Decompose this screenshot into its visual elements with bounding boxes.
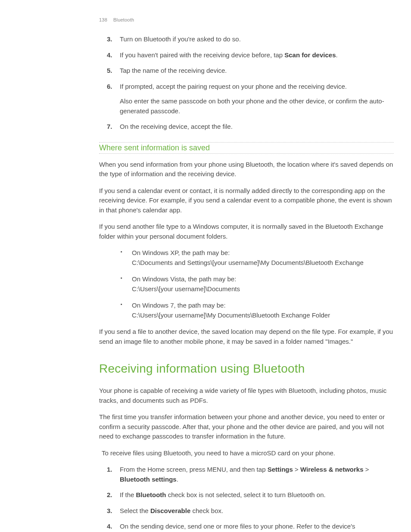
step-number: 2. xyxy=(107,490,112,500)
step-text: Turn on Bluetooth if you're asked to do … xyxy=(120,35,241,43)
bullet-path: C:\Documents and Settings\[your username… xyxy=(132,258,394,268)
bullet-item: On Windows Vista, the path may be:C:\Use… xyxy=(120,274,394,294)
bullet-head: On Windows XP, the path may be: xyxy=(132,248,394,258)
step-text: If the Bluetooth check box is not select… xyxy=(120,491,326,498)
bold-term: Discoverable xyxy=(150,507,190,514)
bold-term: Settings xyxy=(268,466,293,473)
section-heading: Receiving information using Bluetooth xyxy=(99,362,394,376)
step-item: 4.On the sending device, send one or mor… xyxy=(99,522,394,532)
step-number: 6. xyxy=(107,82,112,92)
paragraph: If you send another file type to a Windo… xyxy=(99,222,394,241)
page-number: 138 xyxy=(99,17,107,22)
bullet-path: C:\Users\[your username]\Documents xyxy=(132,284,394,294)
step-number: 1. xyxy=(107,465,112,475)
step-item: 6.If prompted, accept the pairing reques… xyxy=(99,82,394,116)
step-text: Select the Discoverable check box. xyxy=(120,507,223,514)
paragraph: Your phone is capable of receiving a wid… xyxy=(99,386,394,405)
step-item: 4.If you haven't paired with the receivi… xyxy=(99,50,394,60)
step-text: Tap the name of the receiving device. xyxy=(120,67,227,74)
paragraph: If you send a calendar event or contact,… xyxy=(99,186,394,215)
bullet-path: C:\Users\[your username]\My Documents\Bl… xyxy=(132,311,394,320)
step-item: 5.Tap the name of the receiving device. xyxy=(99,66,394,76)
steps-list-top: 3.Turn on Bluetooth if you're asked to d… xyxy=(99,34,394,132)
step-number: 3. xyxy=(107,34,112,44)
bullet-list: On Windows XP, the path may be:C:\Docume… xyxy=(99,248,394,320)
step-number: 3. xyxy=(107,506,112,516)
bold-term: Bluetooth xyxy=(136,491,166,498)
step-text: If you haven't paired with the receiving… xyxy=(120,51,338,59)
step-item: 7.On the receiving device, accept the fi… xyxy=(99,122,394,132)
divider xyxy=(99,153,394,154)
step-item: 3.Select the Discoverable check box. xyxy=(99,506,394,516)
bullet-head: On Windows 7, the path may be: xyxy=(132,301,394,311)
step-item: 1.From the Home screen, press MENU, and … xyxy=(99,465,394,484)
note-paragraph: To receive files using Bluetooth, you ne… xyxy=(102,448,394,458)
bold-term: Bluetooth settings xyxy=(120,476,177,483)
paragraph: If you send a file to another device, th… xyxy=(99,327,394,346)
step-item: 3.Turn on Bluetooth if you're asked to d… xyxy=(99,34,394,44)
document-page: 138Bluetooth 3.Turn on Bluetooth if you'… xyxy=(0,0,411,532)
step-number: 4. xyxy=(107,50,112,60)
step-text: From the Home screen, press MENU, and th… xyxy=(120,466,369,483)
section-name: Bluetooth xyxy=(113,17,134,22)
paragraph: The first time you transfer information … xyxy=(99,412,394,442)
bold-term: Scan for devices xyxy=(284,51,336,59)
step-text: On the sending device, send one or more … xyxy=(120,523,355,532)
bold-term: Wireless & networks xyxy=(300,466,364,473)
divider xyxy=(99,142,394,143)
page-header: 138Bluetooth xyxy=(99,17,394,22)
step-number: 7. xyxy=(107,122,112,132)
step-number: 4. xyxy=(107,522,112,532)
subheading: Where sent information is saved xyxy=(99,143,394,152)
step-item: 2.If the Bluetooth check box is not sele… xyxy=(99,490,394,500)
paragraph: When you send information from your phon… xyxy=(99,160,394,179)
subheading-block: Where sent information is saved xyxy=(99,142,394,154)
steps-list-bottom: 1.From the Home screen, press MENU, and … xyxy=(99,465,394,532)
step-number: 5. xyxy=(107,66,112,76)
step-text: If prompted, accept the pairing request … xyxy=(120,83,347,90)
bullet-head: On Windows Vista, the path may be: xyxy=(132,274,394,284)
step-text: On the receiving device, accept the file… xyxy=(120,123,233,130)
bullet-item: On Windows XP, the path may be:C:\Docume… xyxy=(120,248,394,268)
bullet-item: On Windows 7, the path may be:C:\Users\[… xyxy=(120,301,394,320)
step-extra: Also enter the same passcode on both you… xyxy=(120,96,394,116)
